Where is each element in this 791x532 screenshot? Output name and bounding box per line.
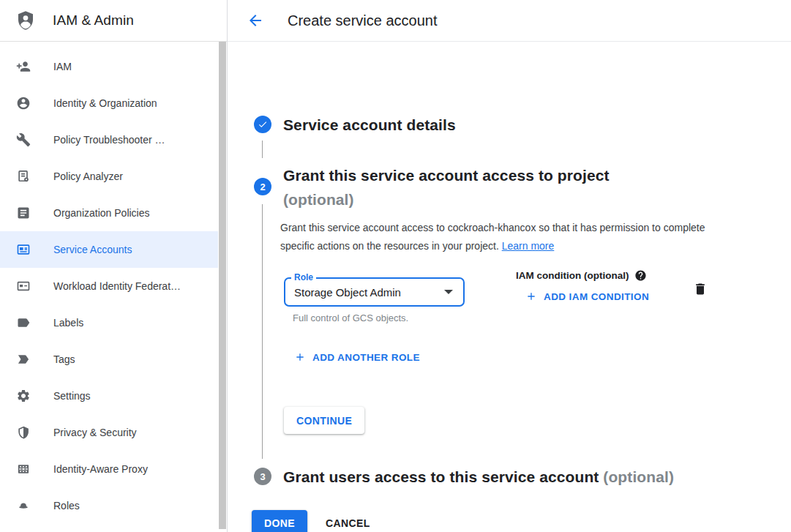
continue-button[interactable]: CONTINUE xyxy=(284,407,364,434)
check-icon xyxy=(258,119,268,130)
sidebar-item-settings[interactable]: Settings xyxy=(0,378,218,414)
sidebar-item-label: Identity & Organization xyxy=(53,97,157,109)
account-circle-icon xyxy=(16,96,31,110)
help-icon[interactable] xyxy=(634,269,647,282)
wrench-icon xyxy=(16,132,31,147)
step1-completed-indicator xyxy=(254,116,271,133)
step2-description-text: Grant this service account access to coc… xyxy=(280,222,705,252)
iam-condition-label: IAM condition (optional) xyxy=(516,270,629,281)
sidebar-item-labels[interactable]: Labels xyxy=(0,304,218,341)
step2-title: Grant this service account access to pro… xyxy=(283,163,693,211)
plus-icon xyxy=(294,351,306,363)
sidebar-title: IAM & Admin xyxy=(53,12,134,29)
sidebar-item-label: Privacy & Security xyxy=(53,427,137,438)
role-selected-value: Storage Object Admin xyxy=(285,286,444,299)
hat-icon xyxy=(16,498,31,513)
plus-icon xyxy=(525,291,537,302)
sidebar-item-label: IAM xyxy=(53,61,72,72)
trash-icon xyxy=(693,282,708,296)
iam-shield-person-icon xyxy=(15,10,37,31)
sidebar-item-roles[interactable]: Roles xyxy=(0,487,218,524)
iam-admin-console: IAM & Admin IAM Identity & Organization xyxy=(0,0,791,532)
sidebar-item-policy-analyzer[interactable]: Policy Analyzer xyxy=(0,158,218,195)
sidebar-item-label: Service Accounts xyxy=(53,244,132,255)
role-helper-text: Full control of GCS objects. xyxy=(293,312,408,323)
role-dropdown[interactable]: Role Storage Object Admin xyxy=(284,277,465,307)
sidebar-scrollbar[interactable] xyxy=(219,42,226,529)
sidebar-item-tags[interactable]: Tags xyxy=(0,341,218,378)
sidebar-item-label: Settings xyxy=(53,390,91,402)
step2-description: Grant this service account access to coc… xyxy=(280,219,722,255)
gear-icon xyxy=(16,389,31,403)
sidebar-item-policy-troubleshooter[interactable]: Policy Troubleshooter … xyxy=(0,121,218,158)
add-iam-condition-button[interactable]: ADD IAM CONDITION xyxy=(525,291,649,302)
add-iam-condition-label: ADD IAM CONDITION xyxy=(544,291,649,302)
sidebar-item-label: Policy Troubleshooter … xyxy=(53,134,165,146)
iam-condition-header: IAM condition (optional) xyxy=(516,269,647,282)
sidebar-nav: IAM Identity & Organization Policy Troub… xyxy=(0,42,218,524)
add-another-role-label: ADD ANOTHER ROLE xyxy=(312,352,420,363)
step3-indicator: 3 xyxy=(254,468,271,485)
step3-title-text: Grant users access to this service accou… xyxy=(283,468,599,485)
shield-icon xyxy=(16,425,31,440)
document-lines-icon xyxy=(16,206,31,220)
arrow-back-icon xyxy=(247,12,264,29)
delete-role-button[interactable] xyxy=(693,281,708,299)
step3-title: Grant users access to this service accou… xyxy=(283,465,674,489)
step1-title[interactable]: Service account details xyxy=(283,113,456,137)
film-grid-icon xyxy=(16,462,31,476)
learn-more-link[interactable]: Learn more xyxy=(502,240,555,252)
sidebar-item-iam[interactable]: IAM xyxy=(0,48,218,85)
wizard: Service account details 2 Grant this ser… xyxy=(228,42,791,532)
sidebar: IAM & Admin IAM Identity & Organization xyxy=(0,0,228,532)
role-field-label: Role xyxy=(291,272,316,282)
sidebar-header: IAM & Admin xyxy=(0,0,227,42)
done-button[interactable]: DONE xyxy=(252,510,307,532)
sidebar-item-service-accounts[interactable]: Service Accounts xyxy=(0,231,218,268)
main-panel: Create service account Service account d… xyxy=(228,0,791,532)
step-connector xyxy=(262,141,263,158)
person-add-icon xyxy=(16,59,31,74)
sidebar-item-label: Identity-Aware Proxy xyxy=(53,463,148,475)
sidebar-item-label: Policy Analyzer xyxy=(53,171,123,182)
step2-indicator: 2 xyxy=(254,178,271,195)
sidebar-item-privacy-security[interactable]: Privacy & Security xyxy=(0,414,218,451)
sidebar-item-identity-aware-proxy[interactable]: Identity-Aware Proxy xyxy=(0,451,218,487)
sidebar-item-label: Tags xyxy=(53,353,75,365)
step3-number: 3 xyxy=(260,471,265,482)
tag-arrow-icon xyxy=(16,352,31,367)
sidebar-item-identity-organization[interactable]: Identity & Organization xyxy=(0,85,218,121)
step2-number: 2 xyxy=(260,181,265,192)
cancel-button[interactable]: CANCEL xyxy=(316,510,380,532)
dropdown-arrow-icon xyxy=(444,290,453,294)
id-card-icon xyxy=(16,279,31,293)
sidebar-item-label: Roles xyxy=(53,500,80,512)
sidebar-item-label: Organization Policies xyxy=(53,207,150,219)
page-header: Create service account xyxy=(228,0,791,42)
service-account-icon xyxy=(16,242,31,257)
step3-optional-label: (optional) xyxy=(603,468,674,485)
sidebar-item-organization-policies[interactable]: Organization Policies xyxy=(0,195,218,231)
step2-title-text: Grant this service account access to pro… xyxy=(283,167,610,184)
step2-optional-label: (optional) xyxy=(283,187,693,211)
sidebar-item-label: Workload Identity Federat… xyxy=(53,280,181,292)
page-title: Create service account xyxy=(288,12,438,29)
step-connector xyxy=(262,204,263,459)
label-icon xyxy=(16,315,31,330)
back-button[interactable] xyxy=(247,12,264,29)
sidebar-item-workload-identity-federation[interactable]: Workload Identity Federat… xyxy=(0,268,218,304)
sidebar-item-label: Labels xyxy=(53,317,83,329)
document-gear-icon xyxy=(16,169,31,184)
add-another-role-button[interactable]: ADD ANOTHER ROLE xyxy=(294,351,420,363)
